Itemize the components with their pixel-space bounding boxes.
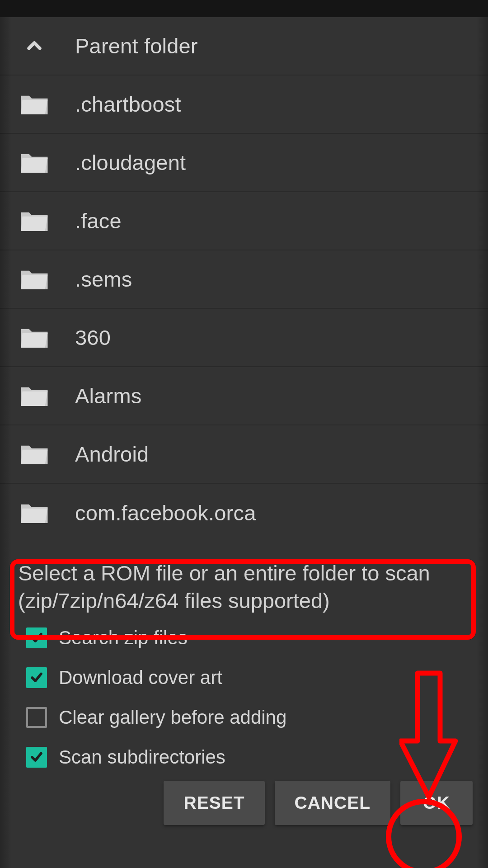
folder-icon	[18, 497, 51, 529]
instruction-text: Select a ROM file or an entire folder to…	[18, 559, 470, 614]
folder-name: 360	[75, 325, 111, 350]
folder-row[interactable]: 360	[0, 309, 488, 367]
file-picker-dialog: Parent folder .chartboost .cloudagent .f…	[0, 17, 488, 868]
options-group: Search zip files Download cover art Clea…	[26, 627, 488, 768]
folder-row[interactable]: Alarms	[0, 367, 488, 425]
option-label: Scan subdirectories	[59, 746, 225, 768]
folder-name: .chartboost	[75, 92, 181, 117]
folder-name: com.facebook.orca	[75, 500, 256, 525]
folder-list: Parent folder .chartboost .cloudagent .f…	[0, 17, 488, 542]
option-search-zip[interactable]: Search zip files	[26, 627, 488, 649]
folder-name: .face	[75, 208, 122, 233]
folder-name: Android	[75, 442, 149, 467]
folder-name: Alarms	[75, 383, 141, 408]
folder-name: .sems	[75, 267, 132, 292]
checkbox-icon	[26, 667, 47, 688]
option-clear-gallery[interactable]: Clear gallery before adding	[26, 707, 488, 728]
ok-button[interactable]: OK	[400, 781, 473, 825]
status-bar	[0, 0, 488, 17]
parent-folder-label: Parent folder	[75, 33, 198, 58]
folder-icon	[18, 321, 51, 354]
checkbox-icon	[26, 707, 47, 728]
folder-icon	[18, 263, 51, 296]
folder-icon	[18, 88, 51, 121]
folder-icon	[18, 205, 51, 237]
folder-icon	[18, 380, 51, 412]
option-label: Search zip files	[59, 627, 188, 649]
option-label: Download cover art	[59, 667, 222, 689]
folder-row[interactable]: .face	[0, 192, 488, 250]
folder-icon	[18, 438, 51, 471]
cancel-button[interactable]: CANCEL	[275, 781, 391, 825]
chevron-up-icon	[18, 30, 51, 62]
folder-row[interactable]: com.facebook.orca	[0, 484, 488, 542]
folder-row[interactable]: .cloudagent	[0, 134, 488, 192]
option-label: Clear gallery before adding	[59, 707, 286, 728]
reset-button[interactable]: RESET	[164, 781, 264, 825]
folder-name: .cloudagent	[75, 150, 186, 175]
checkbox-icon	[26, 747, 47, 768]
parent-folder-row[interactable]: Parent folder	[0, 17, 488, 75]
option-cover-art[interactable]: Download cover art	[26, 667, 488, 689]
checkbox-icon	[26, 627, 47, 648]
folder-row[interactable]: .sems	[0, 250, 488, 309]
folder-row[interactable]: Android	[0, 425, 488, 484]
dialog-buttons: RESET CANCEL OK	[164, 781, 473, 825]
folder-row[interactable]: .chartboost	[0, 75, 488, 134]
option-scan-subdirs[interactable]: Scan subdirectories	[26, 746, 488, 768]
folder-icon	[18, 146, 51, 179]
